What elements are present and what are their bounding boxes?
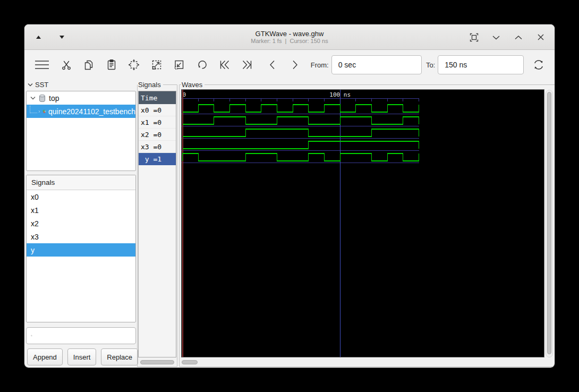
signal-list-item-x1[interactable]: x1 — [27, 203, 135, 217]
insert-button[interactable]: Insert — [67, 348, 97, 365]
chevron-right-icon — [38, 108, 40, 115]
wave-trace-y — [183, 154, 419, 161]
values-hscrollbar[interactable] — [139, 359, 177, 365]
value-row[interactable]: x0 =0 — [139, 104, 176, 116]
tree-item-top[interactable]: top — [27, 91, 135, 105]
cut-icon[interactable] — [57, 55, 76, 75]
facility-items: x0x1x2x3y — [27, 190, 135, 257]
tree-guide — [30, 106, 37, 113]
facility-list-header: Signals — [27, 175, 135, 190]
tree-item-testbench[interactable]: quine20241102_testbench — [27, 105, 135, 118]
values-hscrollbar-thumb[interactable] — [140, 360, 174, 364]
waves-vscrollbar[interactable] — [546, 90, 553, 357]
chevron-down-icon — [28, 83, 33, 87]
time-header[interactable]: Time — [139, 91, 176, 104]
wave-trace-x1 — [183, 117, 419, 124]
close-icon[interactable] — [535, 32, 546, 42]
search-input[interactable] — [36, 331, 131, 340]
facility-list: Signals x0x1x2x3y — [26, 175, 136, 322]
next-edge-icon[interactable] — [285, 55, 304, 75]
waves-frame-label: Waves — [181, 81, 205, 89]
to-label: To: — [426, 61, 435, 69]
value-row[interactable]: x3 =0 — [139, 141, 176, 153]
copy-icon[interactable] — [79, 55, 98, 75]
titlebar[interactable]: GTKWave - wave.ghw Marker: 1 fs | Cursor… — [24, 24, 555, 50]
search-icon — [31, 332, 32, 339]
append-button[interactable]: Append — [27, 348, 63, 365]
window-title: GTKWave - wave.ghw — [256, 30, 324, 38]
wave-trace-x2 — [183, 129, 419, 137]
sst-label: SST — [35, 81, 48, 89]
menu-icon[interactable] — [31, 55, 53, 75]
from-input[interactable] — [331, 55, 422, 74]
tree-item-label: quine20241102_testbench — [48, 107, 135, 116]
waves-frame: 0100 ns — [179, 84, 555, 367]
signal-list-item-y[interactable]: y — [27, 243, 135, 257]
reload-icon[interactable] — [529, 55, 548, 75]
fit-window-icon[interactable] — [469, 32, 479, 42]
values-frame: Time x0 =0x1 =0x2 =0x3 =0 y =1 — [137, 84, 177, 367]
sst-expander[interactable]: SST — [28, 81, 48, 89]
waveform-plot: 0100 ns — [182, 90, 544, 357]
prev-edge-icon[interactable] — [263, 55, 282, 75]
go-to-end-icon[interactable] — [237, 55, 257, 75]
wave-canvas[interactable]: 0100 ns — [181, 89, 544, 357]
waves-hscrollbar-thumb[interactable] — [182, 360, 198, 364]
zoom-out-icon[interactable] — [169, 55, 189, 75]
shade-down-icon[interactable] — [56, 32, 67, 42]
value-row[interactable]: y =1 — [139, 153, 176, 165]
waves-vscrollbar-thumb[interactable] — [547, 92, 551, 354]
values-panel: Time x0 =0x1 =0x2 =0x3 =0 y =1 — [138, 91, 176, 357]
go-to-start-icon[interactable] — [215, 55, 234, 75]
chevron-down-icon — [30, 96, 36, 100]
paste-icon[interactable] — [102, 55, 121, 75]
undo-icon[interactable] — [192, 55, 211, 75]
values-frame-label: Signals — [138, 81, 163, 89]
marker-cursor-status: Marker: 1 fs | Cursor: 150 ns — [251, 38, 328, 45]
waves-hscrollbar[interactable] — [181, 359, 552, 365]
value-row[interactable]: x1 =0 — [139, 116, 176, 129]
zoom-in-icon[interactable] — [147, 55, 166, 75]
signal-search[interactable] — [26, 327, 136, 344]
action-buttons: Append Insert Replace — [27, 348, 138, 365]
from-label: From: — [311, 61, 329, 69]
toolbar: From: To: — [24, 50, 555, 80]
wave-trace-x0 — [183, 105, 419, 112]
tree-item-label: top — [49, 94, 59, 103]
module-icon — [42, 107, 46, 116]
signal-list-item-x2[interactable]: x2 — [27, 217, 135, 230]
replace-button[interactable]: Replace — [101, 348, 138, 365]
database-icon — [38, 94, 46, 103]
signal-list-item-x0[interactable]: x0 — [27, 190, 135, 203]
wave-trace-x3 — [183, 141, 419, 149]
sst-tree: top quine20241102_testbench — [26, 91, 136, 171]
zoom-fit-icon[interactable] — [124, 55, 143, 75]
signal-list-item-x3[interactable]: x3 — [27, 230, 135, 243]
gtkwave-window: GTKWave - wave.ghw Marker: 1 fs | Cursor… — [24, 24, 555, 368]
shade-up-icon[interactable] — [33, 32, 44, 42]
maximize-chevron-up-icon[interactable] — [513, 32, 524, 42]
to-input[interactable] — [438, 55, 524, 74]
value-rows: x0 =0x1 =0x2 =0x3 =0 y =1 — [139, 104, 176, 165]
minimize-chevron-down-icon[interactable] — [491, 32, 501, 42]
value-row[interactable]: x2 =0 — [139, 129, 176, 141]
